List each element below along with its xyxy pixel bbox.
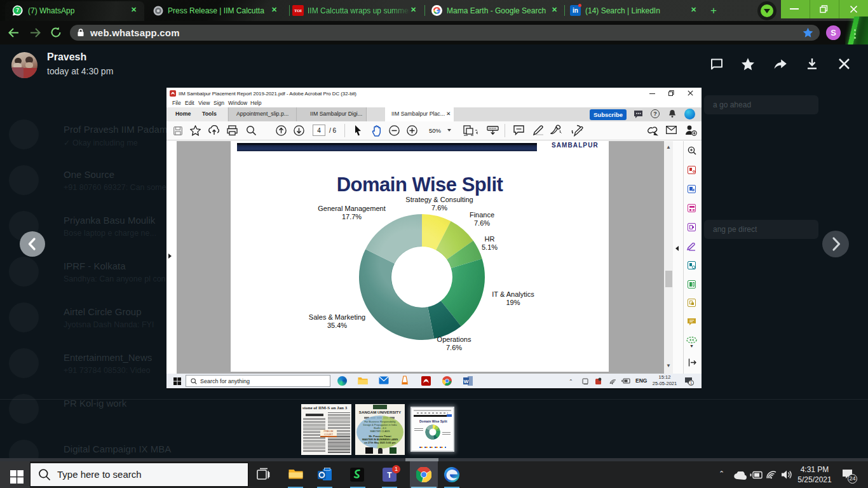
svg-text:W: W bbox=[464, 379, 469, 384]
svg-text:7: 7 bbox=[16, 7, 19, 13]
svg-text:T: T bbox=[387, 471, 392, 480]
